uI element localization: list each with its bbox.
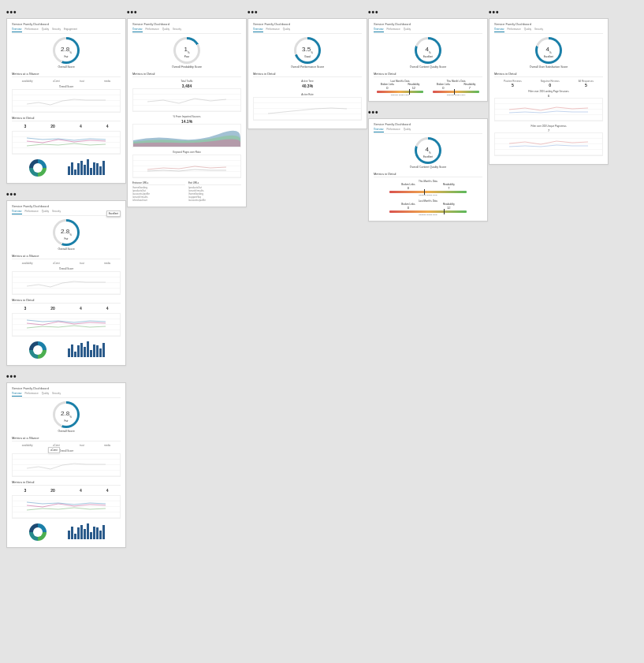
tab[interactable]: Overview bbox=[494, 28, 504, 32]
tab[interactable]: Overview bbox=[374, 128, 384, 132]
reading-grade-bar bbox=[389, 210, 467, 213]
tab[interactable]: Security bbox=[52, 210, 61, 214]
tab[interactable]: Quality bbox=[283, 28, 290, 32]
tab[interactable]: Quality bbox=[524, 28, 531, 32]
score-gauge: 1% Poor bbox=[173, 37, 200, 64]
imported-label: % From Imported Sources bbox=[132, 115, 241, 118]
card-title: Service Family Dashboard bbox=[12, 204, 121, 208]
tab[interactable]: Quality bbox=[162, 28, 169, 32]
ellipsis-icon[interactable]: ••• bbox=[368, 8, 488, 17]
landing-sessions-label: Filter over 200 Landing Page Sessions bbox=[494, 90, 603, 93]
dashboard-card-performance[interactable]: Service Family Dashboard Overview Perfor… bbox=[248, 18, 367, 129]
tab[interactable]: Performance bbox=[266, 28, 280, 32]
exit-urls-heading: Exit URLs bbox=[188, 181, 241, 185]
pageviews-label: Filter over 200 Unique Pageviews bbox=[494, 125, 603, 128]
reading-grade-bar bbox=[377, 91, 423, 93]
pageviews-chart bbox=[494, 132, 603, 156]
tab[interactable]: Performance bbox=[508, 28, 521, 32]
donut-chart bbox=[29, 341, 47, 359]
tabs: Overview Performance Quality Security bbox=[494, 28, 603, 34]
tab[interactable]: Quality bbox=[42, 210, 49, 214]
reading-grade-bar bbox=[389, 191, 467, 193]
donut-chart bbox=[29, 159, 47, 177]
score-gauge: 4% Excellent bbox=[415, 137, 441, 164]
tab-quality[interactable]: Quality bbox=[42, 28, 49, 32]
card-title: Service Family Dashboard bbox=[253, 22, 362, 26]
dashboard-card-overview-1[interactable]: Service Family Dashboard Overview Perfor… bbox=[6, 18, 126, 184]
gauge-caption: Overall Performance Score bbox=[253, 65, 362, 69]
tab[interactable]: Security bbox=[173, 28, 181, 32]
ellipsis-icon[interactable]: ••• bbox=[248, 8, 367, 17]
score-gauge: 4% Excellent bbox=[535, 37, 562, 64]
tab[interactable]: Quality bbox=[404, 128, 411, 132]
tab[interactable]: Overview bbox=[374, 28, 384, 32]
total-traffic-label: Total Traffic bbox=[132, 80, 241, 83]
tab-security[interactable]: Security bbox=[52, 28, 61, 32]
tab[interactable]: Performance bbox=[387, 128, 400, 132]
section-detail: Metrics in Detail bbox=[12, 116, 121, 121]
tab-performance[interactable]: Performance bbox=[25, 28, 39, 32]
gauge-caption: Overall Score bbox=[12, 65, 121, 69]
last-month-box: Last Month's Data Broken Links0 Readabil… bbox=[374, 199, 482, 216]
ellipsis-icon[interactable]: ••• bbox=[6, 372, 126, 381]
tab-engagement[interactable]: Engagement bbox=[64, 28, 77, 32]
url-item: /checkout/cart bbox=[132, 199, 185, 202]
tab[interactable]: Quality bbox=[42, 392, 49, 397]
score-gauge: 3.5% Good bbox=[294, 37, 321, 64]
donut-chart bbox=[29, 523, 47, 541]
section-detail: Metrics in Detail bbox=[374, 172, 482, 177]
tabs: Overview Performance Quality bbox=[253, 28, 362, 34]
ellipsis-icon[interactable]: ••• bbox=[489, 8, 609, 17]
dashboard-card-findability[interactable]: Service Family Dashboard Overview Perfor… bbox=[127, 18, 247, 207]
dashboard-card-overview-2[interactable]: Service Family Dashboard Overview Perfor… bbox=[6, 200, 126, 366]
tab[interactable]: Performance bbox=[25, 392, 39, 397]
detail-stats: 3 20 4 4 bbox=[12, 124, 121, 129]
score-gauge: 2.8% Fair bbox=[53, 401, 80, 428]
tab[interactable]: Overview bbox=[12, 392, 22, 397]
review-stats: Positive Reviews5 Negative Reviews0 All … bbox=[494, 80, 603, 88]
section-detail: Metrics in Detail bbox=[12, 480, 121, 486]
entrance-urls-heading: Entrance URLs bbox=[132, 181, 185, 185]
tab[interactable]: Performance bbox=[146, 28, 159, 32]
gauge-caption: Overall Content Quality Score bbox=[374, 65, 482, 69]
landing-sessions-chart bbox=[494, 98, 603, 121]
reading-grade-bar bbox=[433, 91, 479, 93]
dashboard-card-quality-2[interactable]: Service Family Dashboard Overview Perfor… bbox=[368, 118, 488, 222]
ellipsis-icon[interactable]: ••• bbox=[368, 108, 488, 117]
card-title: Service Family Dashboard bbox=[132, 22, 241, 26]
card-title: Service Family Dashboard bbox=[12, 386, 121, 390]
chart-title: Overall Score bbox=[12, 449, 121, 453]
tab[interactable]: Security bbox=[52, 392, 61, 397]
chart bbox=[12, 271, 121, 295]
tab[interactable]: Performance bbox=[25, 210, 39, 214]
tab[interactable]: Overview bbox=[253, 28, 263, 32]
ellipsis-icon[interactable]: ••• bbox=[127, 8, 247, 17]
bar-chart bbox=[66, 340, 121, 357]
dashboard-card-satisfaction[interactable]: Service Family Dashboard Overview Perfor… bbox=[489, 18, 609, 165]
stream-chart bbox=[132, 124, 241, 147]
ellipsis-icon[interactable]: ••• bbox=[6, 190, 126, 199]
tab[interactable]: Quality bbox=[404, 28, 411, 32]
card-title: Service Family Dashboard bbox=[12, 22, 121, 26]
section-detail: Metrics in Detail bbox=[12, 298, 121, 304]
tab-overview[interactable]: Overview bbox=[12, 28, 22, 32]
tab[interactable]: Overview bbox=[132, 28, 143, 32]
card-title: Service Family Dashboard bbox=[374, 122, 482, 126]
this-month-box: This Month's Data Broken Links0 Readabil… bbox=[430, 80, 482, 96]
tab[interactable]: Overview bbox=[12, 210, 22, 214]
score-gauge: 2.8% Fair bbox=[53, 219, 80, 246]
tabs: Overview Performance Quality Security bbox=[12, 392, 121, 398]
tabs: Overview Performance Quality Security En… bbox=[12, 28, 121, 34]
tab[interactable]: Security bbox=[534, 28, 543, 32]
chart-title: Overall Score bbox=[12, 267, 121, 270]
dashboard-card-overview-3[interactable]: Service Family Dashboard Overview Perfor… bbox=[6, 382, 126, 548]
ellipsis-icon[interactable]: ••• bbox=[6, 8, 126, 17]
section-detail: Metrics in Detail bbox=[374, 72, 482, 77]
section-glance: Metrics at a Glance bbox=[12, 436, 121, 441]
tab[interactable]: Performance bbox=[387, 28, 400, 32]
bar-chart bbox=[66, 522, 121, 539]
dashboard-card-quality-1[interactable]: Service Family Dashboard Overview Perfor… bbox=[368, 18, 488, 102]
chart bbox=[12, 313, 121, 337]
gauge-caption: Overall Content Quality Score bbox=[374, 166, 482, 169]
gauge-caption: Overall Findability Score bbox=[132, 65, 241, 69]
